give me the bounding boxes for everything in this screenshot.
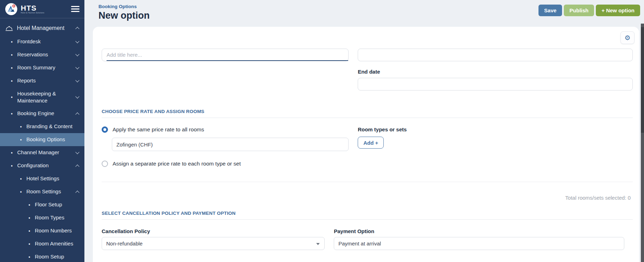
bullet-icon bbox=[20, 176, 23, 182]
end-date-label: End date bbox=[358, 69, 633, 75]
sidebar-item-room-settings[interactable]: Room Settings bbox=[0, 185, 84, 198]
sidebar-item-label: Housekeeping & Maintenance bbox=[17, 90, 76, 105]
policy-grid: Cancellation Policy Non-refundable Payme… bbox=[102, 228, 633, 250]
bullet-icon bbox=[20, 124, 23, 130]
hamburger-menu-icon[interactable] bbox=[71, 6, 79, 12]
bullet-icon bbox=[28, 202, 32, 208]
payment-option-select[interactable]: Payment at arrival bbox=[334, 237, 624, 250]
unlabeled-date-input[interactable] bbox=[358, 49, 633, 61]
new-option-button[interactable]: + New option bbox=[596, 5, 640, 16]
chevron-down-icon bbox=[75, 78, 79, 82]
cancellation-cell: Cancellation Policy Non-refundable bbox=[102, 228, 325, 250]
sidebar-item-label: Reports bbox=[17, 77, 76, 84]
settings-gear-button[interactable] bbox=[620, 31, 635, 44]
hts-logo-icon bbox=[5, 3, 18, 15]
cloche-icon bbox=[5, 25, 13, 31]
separate-price-radio-row: Assign a separate price rate to each roo… bbox=[102, 161, 349, 167]
bullet-icon bbox=[28, 228, 32, 234]
sidebar-item-room-types[interactable]: Room Types bbox=[0, 211, 84, 224]
bullet-icon bbox=[11, 39, 14, 45]
bullet-icon bbox=[11, 94, 14, 100]
cancellation-policy-label: Cancellation Policy bbox=[102, 228, 325, 234]
sidebar-item-label: Room Setup bbox=[35, 253, 79, 260]
dropdown-arrow-icon bbox=[316, 243, 320, 245]
sidebar-item-hotel-management[interactable]: Hotel Management bbox=[0, 21, 84, 35]
sidebar-item-booking-engine[interactable]: Booking Engine bbox=[0, 107, 84, 120]
sidebar-item-booking-options[interactable]: Booking Options bbox=[0, 133, 84, 146]
sidebar-item-branding-content[interactable]: Branding & Content bbox=[0, 120, 84, 133]
bullet-icon bbox=[11, 52, 14, 58]
end-date-cell: End date bbox=[358, 61, 633, 91]
payment-option-value: Payment at arrival bbox=[338, 241, 381, 247]
bullet-icon bbox=[20, 137, 23, 143]
chevron-up-icon bbox=[75, 191, 79, 194]
price-rate-select[interactable]: Zofingen (CHF) bbox=[112, 138, 349, 151]
header-titles: Booking Options New option bbox=[98, 4, 149, 21]
scrollbar[interactable] bbox=[641, 24, 644, 262]
chevron-up-icon bbox=[75, 164, 79, 168]
main-area: Booking Options New option Save Publish … bbox=[84, 0, 644, 262]
logo-text: HTS Hotel & Tourism Solutions bbox=[21, 5, 71, 14]
sidebar-item-room-setup[interactable]: Room Setup bbox=[0, 250, 84, 262]
sidebar-item-label: Hotel Settings bbox=[26, 175, 79, 182]
same-price-radio[interactable] bbox=[102, 126, 108, 133]
sidebar-item-label: Room Numbers bbox=[35, 227, 79, 234]
separate-price-radio[interactable] bbox=[102, 161, 108, 167]
cancellation-policy-select[interactable]: Non-refundable bbox=[102, 237, 325, 250]
breadcrumb[interactable]: Booking Options bbox=[98, 4, 149, 9]
chevron-down-icon bbox=[75, 65, 79, 69]
add-room-type-button[interactable]: Add + bbox=[358, 137, 384, 149]
sidebar-item-label: Room Summary bbox=[17, 64, 76, 71]
chevron-up-icon bbox=[75, 112, 79, 116]
sidebar-item-room-amenities[interactable]: Room Amenities bbox=[0, 237, 84, 250]
sidebar-item-room-numbers[interactable]: Room Numbers bbox=[0, 224, 84, 237]
sidebar-item-channel-manager[interactable]: Channel Manager bbox=[0, 146, 84, 159]
sidebar-item-label: Booking Options bbox=[26, 136, 79, 143]
bullet-icon bbox=[20, 189, 23, 195]
save-button[interactable]: Save bbox=[538, 5, 562, 16]
page-header: Booking Options New option Save Publish … bbox=[84, 0, 644, 27]
sidebar-item-reservations[interactable]: Reservations bbox=[0, 48, 84, 61]
payment-option-label: Payment Option bbox=[334, 228, 624, 234]
sidebar-item-label: Channel Manager bbox=[17, 149, 76, 156]
sidebar-item-room-summary[interactable]: Room Summary bbox=[0, 61, 84, 74]
right-top-cell bbox=[358, 49, 633, 61]
end-date-input[interactable] bbox=[358, 78, 633, 91]
sidebar-item-frontdesk[interactable]: Frontdesk bbox=[0, 35, 84, 48]
room-types-label: Room types or sets bbox=[358, 126, 633, 132]
section-divider bbox=[102, 182, 633, 182]
scrollbar-thumb[interactable] bbox=[641, 27, 644, 133]
sidebar-item-floor-setup[interactable]: Floor Setup bbox=[0, 198, 84, 211]
sidebar: HTS Hotel & Tourism Solutions Hotel Mana… bbox=[0, 0, 84, 262]
option-title-input[interactable] bbox=[107, 49, 348, 61]
price-left-column: Apply the same price rate to all rooms Z… bbox=[102, 126, 349, 167]
sidebar-item-housekeeping-maintenance[interactable]: Housekeeping & Maintenance bbox=[0, 87, 84, 107]
price-right-column: Room types or sets Add + bbox=[358, 126, 633, 167]
policy-section-heading: SELECT CANCELLATION POLICY AND PAYMENT O… bbox=[102, 211, 633, 216]
bullet-icon bbox=[11, 111, 14, 117]
sidebar-item-label: Branding & Content bbox=[26, 123, 79, 130]
bullet-icon bbox=[28, 241, 32, 247]
payment-cell: Payment Option Payment at arrival bbox=[334, 228, 633, 250]
bullet-icon bbox=[28, 215, 32, 221]
sidebar-item-label: Room Amenities bbox=[35, 240, 79, 247]
bullet-icon bbox=[11, 78, 14, 84]
gear-icon bbox=[624, 35, 630, 41]
sidebar-item-reports[interactable]: Reports bbox=[0, 74, 84, 87]
bullet-icon bbox=[11, 163, 14, 169]
sidebar-item-label: Booking Engine bbox=[17, 110, 76, 117]
separate-price-radio-label: Assign a separate price rate to each roo… bbox=[113, 161, 241, 167]
sidebar-item-hotel-settings[interactable]: Hotel Settings bbox=[0, 172, 84, 185]
same-price-radio-row: Apply the same price rate to all rooms bbox=[102, 126, 349, 133]
bullet-icon bbox=[11, 65, 14, 71]
option-title-field bbox=[102, 49, 349, 61]
chevron-down-icon bbox=[75, 94, 79, 98]
sidebar-item-label: Room Types bbox=[35, 214, 79, 221]
chevron-up-icon bbox=[75, 27, 79, 31]
price-grid: Apply the same price rate to all rooms Z… bbox=[102, 126, 633, 167]
section-divider bbox=[102, 118, 633, 118]
publish-button[interactable]: Publish bbox=[564, 5, 594, 16]
page-title: New option bbox=[98, 10, 149, 21]
sidebar-item-configuration[interactable]: Configuration bbox=[0, 159, 84, 172]
sidebar-nav: Hotel Management Frontdesk Reservations … bbox=[0, 18, 84, 262]
